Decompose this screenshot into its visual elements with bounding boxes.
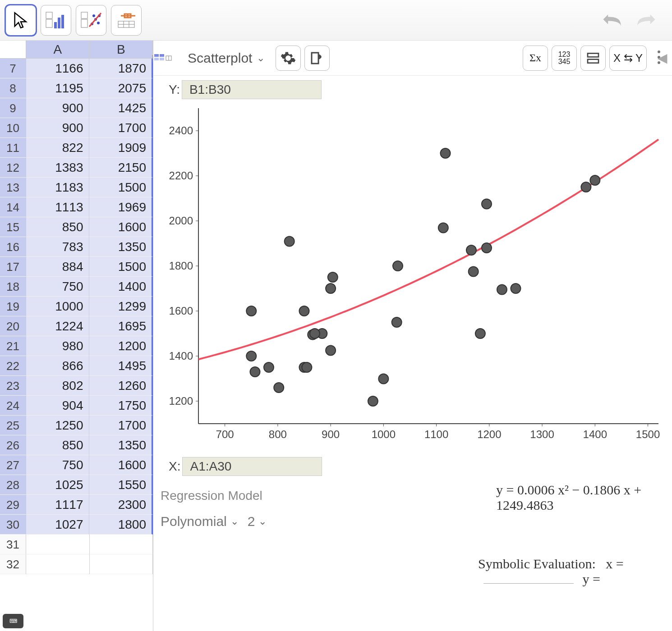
pointer-tool-button[interactable] xyxy=(5,5,36,36)
cell-a[interactable]: 850 xyxy=(26,217,89,237)
cell-a[interactable]: 1195 xyxy=(26,78,89,98)
row-header[interactable]: 22 xyxy=(0,356,26,376)
cell-a[interactable]: 750 xyxy=(26,455,89,475)
sigma-button[interactable]: Σx xyxy=(523,46,548,71)
sym-x-input[interactable] xyxy=(483,583,574,584)
row-header[interactable]: 20 xyxy=(0,316,26,336)
cell-b[interactable]: 1350 xyxy=(89,237,153,257)
row-header[interactable]: 28 xyxy=(0,475,26,495)
cell-a[interactable]: 900 xyxy=(26,98,89,118)
cell-b[interactable]: 1200 xyxy=(89,336,153,356)
cell-b[interactable]: 1600 xyxy=(89,217,153,237)
cell-a[interactable]: 1025 xyxy=(26,475,89,495)
table-row[interactable]: 21 980 1200 xyxy=(0,336,153,356)
cell-b[interactable]: 1495 xyxy=(89,356,153,376)
row-header[interactable]: 21 xyxy=(0,336,26,356)
cell-a[interactable]: 1027 xyxy=(26,515,89,535)
keyboard-toggle-button[interactable]: ⌨ xyxy=(3,614,23,628)
cell-b[interactable]: 1425 xyxy=(89,98,153,118)
x-range-input[interactable]: A1:A30 xyxy=(182,457,322,476)
row-header[interactable]: 13 xyxy=(0,178,26,197)
cell-b[interactable]: 1969 xyxy=(89,197,153,217)
cell-b[interactable]: 1700 xyxy=(89,416,153,435)
cell-a[interactable]: 1224 xyxy=(26,316,89,336)
row-header[interactable]: 26 xyxy=(0,435,26,455)
column-header-a[interactable]: A xyxy=(26,41,90,59)
row-header[interactable]: 30 xyxy=(0,515,26,535)
row-header[interactable]: 11 xyxy=(0,138,26,158)
row-header[interactable]: 9 xyxy=(0,98,26,118)
row-header[interactable]: 19 xyxy=(0,297,26,316)
table-row[interactable]: 13 1183 1500 xyxy=(0,178,153,197)
table-row[interactable]: 30 1027 1800 xyxy=(0,515,153,535)
table-row[interactable]: 22 866 1495 xyxy=(0,356,153,376)
row-header[interactable]: 14 xyxy=(0,197,26,217)
table-row[interactable]: 14 1113 1969 xyxy=(0,197,153,217)
cell-b[interactable]: 2300 xyxy=(89,495,153,515)
cell-b[interactable]: 1600 xyxy=(89,455,153,475)
cell-b[interactable]: 1299 xyxy=(89,297,153,316)
export-button[interactable] xyxy=(304,46,330,71)
cell-a[interactable]: 900 xyxy=(26,118,89,138)
cell-a[interactable]: 1383 xyxy=(26,158,89,178)
cell-b[interactable]: 1350 xyxy=(89,435,153,455)
cell-a[interactable]: 1250 xyxy=(26,416,89,435)
cell-a[interactable]: 1117 xyxy=(26,495,89,515)
table-row[interactable]: 19 1000 1299 xyxy=(0,297,153,316)
cell-a[interactable]: 1113 xyxy=(26,197,89,217)
row-header[interactable]: 29 xyxy=(0,495,26,515)
cell-b[interactable]: 2150 xyxy=(89,158,153,178)
table-row[interactable]: 27 750 1600 xyxy=(0,455,153,475)
row-header[interactable]: 12 xyxy=(0,158,26,178)
cell-a[interactable]: 1166 xyxy=(26,59,89,78)
y-range-input[interactable]: B1:B30 xyxy=(182,80,322,99)
table-row[interactable]: 24 904 1750 xyxy=(0,396,153,416)
summary-tool-button[interactable] xyxy=(111,5,142,36)
layout-button[interactable] xyxy=(580,46,606,71)
column-header-b[interactable]: B xyxy=(90,41,153,59)
table-row[interactable]: 26 850 1350 xyxy=(0,435,153,455)
row-header[interactable]: 27 xyxy=(0,455,26,475)
cell-a[interactable]: 904 xyxy=(26,396,89,416)
row-header[interactable]: 17 xyxy=(0,257,26,277)
cell-b[interactable]: 1550 xyxy=(89,475,153,495)
row-header[interactable]: 18 xyxy=(0,277,26,297)
table-row[interactable]: 9 900 1425 xyxy=(0,98,153,118)
cell-b[interactable]: 1500 xyxy=(89,257,153,277)
table-row[interactable]: 25 1250 1700 xyxy=(0,416,153,435)
row-header[interactable]: 23 xyxy=(0,376,26,396)
table-row[interactable]: 17 884 1500 xyxy=(0,257,153,277)
cell-b[interactable]: 1400 xyxy=(89,277,153,297)
chart-type-select[interactable]: Scatterplot ⌄ xyxy=(180,46,272,71)
cell-a[interactable]: 783 xyxy=(26,237,89,257)
cell-b[interactable]: 2075 xyxy=(89,78,153,98)
table-row[interactable]: 29 1117 2300 xyxy=(0,495,153,515)
row-header[interactable]: 24 xyxy=(0,396,26,416)
table-row[interactable]: 32 xyxy=(0,554,153,574)
table-row[interactable]: 28 1025 1550 xyxy=(0,475,153,495)
table-row[interactable]: 12 1383 2150 xyxy=(0,158,153,178)
row-header[interactable]: 8 xyxy=(0,78,26,98)
row-header[interactable]: 10 xyxy=(0,118,26,138)
regression-type-select[interactable]: Polynomial ⌄ xyxy=(161,514,239,529)
row-header[interactable]: 16 xyxy=(0,237,26,257)
one-var-tool-button[interactable] xyxy=(41,5,71,36)
cell-b[interactable]: 1260 xyxy=(89,376,153,396)
scatter-chart[interactable]: 1200140016001800200022002400700800900100… xyxy=(158,104,663,451)
redo-button[interactable] xyxy=(633,9,658,31)
row-header[interactable]: 25 xyxy=(0,416,26,435)
table-row[interactable]: 31 xyxy=(0,535,153,554)
row-header[interactable]: 31 xyxy=(0,535,26,554)
cell-b[interactable] xyxy=(90,535,153,554)
cell-a[interactable]: 802 xyxy=(26,376,89,396)
table-row[interactable]: 23 802 1260 xyxy=(0,376,153,396)
table-row[interactable]: 8 1195 2075 xyxy=(0,78,153,98)
two-var-tool-button[interactable] xyxy=(76,5,106,36)
undo-button[interactable] xyxy=(601,9,625,31)
cell-b[interactable]: 1909 xyxy=(89,138,153,158)
cell-b[interactable]: 1800 xyxy=(89,515,153,535)
row-header[interactable]: 7 xyxy=(0,59,26,78)
cell-a[interactable]: 850 xyxy=(26,435,89,455)
cell-a[interactable]: 866 xyxy=(26,356,89,376)
cell-b[interactable]: 1870 xyxy=(89,59,153,78)
